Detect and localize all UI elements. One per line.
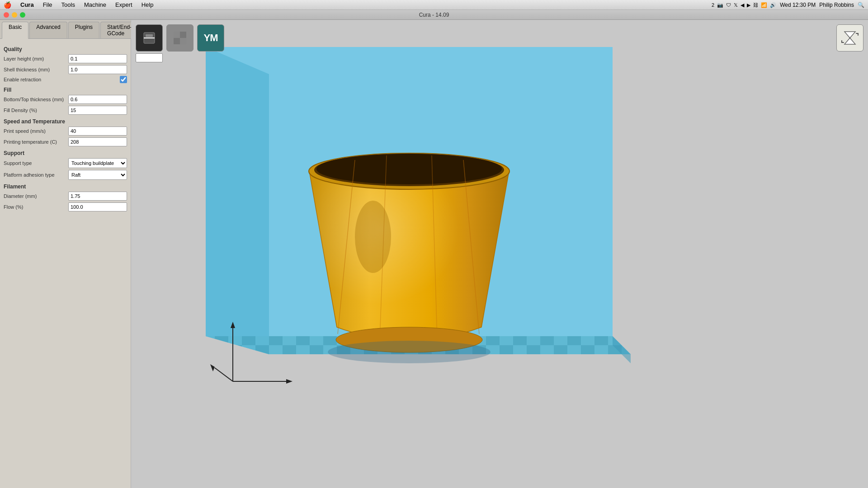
input-shell-thickness[interactable]: [68, 65, 127, 74]
row-print-speed: Print speed (mm/s): [4, 127, 127, 136]
scene-svg: [131, 20, 868, 488]
3d-scene[interactable]: [131, 20, 868, 488]
section-fill: Fill: [4, 87, 127, 93]
tab-plugins[interactable]: Plugins: [68, 22, 99, 38]
tab-advanced[interactable]: Advanced: [29, 22, 67, 38]
menu-help[interactable]: Help: [138, 0, 157, 9]
layer-view-button[interactable]: [166, 24, 193, 52]
svg-point-35: [328, 341, 491, 363]
svg-point-33: [355, 201, 391, 273]
label-print-temp: Printing temperature (C): [4, 139, 68, 145]
titlebar: Cura - 14.09: [0, 10, 868, 20]
input-enable-retraction[interactable]: [120, 76, 127, 83]
row-shell-thickness: Shell thickness (mm): [4, 65, 127, 74]
ym-button[interactable]: YM: [197, 24, 224, 52]
viewport-toolbar: YM: [136, 24, 224, 62]
row-enable-retraction: Enable retraction: [4, 76, 127, 83]
tab-bar: Basic Advanced Plugins Start/End-GCode: [0, 20, 131, 39]
menu-expert[interactable]: Expert: [112, 0, 136, 9]
svg-marker-17: [206, 47, 269, 354]
form-area: Quality Layer height (mm) Shell thicknes…: [0, 39, 131, 488]
menu-file[interactable]: File: [39, 0, 56, 9]
input-diameter[interactable]: [68, 192, 127, 201]
volume-icon: 🔊: [770, 2, 776, 8]
wifi-icon: 📶: [761, 2, 767, 8]
notification-count: 2: [712, 2, 714, 8]
search-icon[interactable]: 🔍: [858, 2, 864, 8]
label-print-speed: Print speed (mm/s): [4, 128, 68, 134]
label-bottom-top-thickness: Bottom/Top thickness (mm): [4, 97, 68, 102]
menubar-right: 2 📷 🛡 𝕏 ◀ ▶ ⛓ 📶 🔊 Wed 12:30 PM Philip Ro…: [712, 0, 864, 10]
input-flow[interactable]: [68, 202, 127, 211]
input-bottom-top-thickness[interactable]: [68, 95, 127, 104]
chain-icon: ⛓: [753, 2, 758, 8]
menubar-icons: 2 📷 🛡 𝕏 ◀ ▶ ⛓ 📶 🔊: [712, 2, 776, 8]
camera-icon: 📷: [717, 2, 723, 8]
minimize-button[interactable]: [12, 12, 17, 18]
label-diameter: Diameter (mm): [4, 193, 68, 199]
datetime: Wed 12:30 PM: [780, 2, 816, 8]
username: Philip Robbins: [819, 2, 854, 8]
close-button[interactable]: [4, 12, 9, 18]
svg-rect-7: [180, 38, 186, 44]
section-filament: Filament: [4, 183, 127, 190]
row-diameter: Diameter (mm): [4, 192, 127, 201]
left-panel: Basic Advanced Plugins Start/End-GCode Q…: [0, 20, 131, 488]
menubar: 🍎 Cura File Tools Machine Expert Help 2 …: [0, 0, 868, 10]
row-platform-adhesion: Platform adhesion type None Brim Raft: [4, 170, 127, 180]
svg-rect-10: [849, 37, 850, 39]
input-fill-density[interactable]: [68, 106, 127, 115]
window-controls: [4, 12, 25, 18]
label-enable-retraction: Enable retraction: [4, 77, 120, 82]
rotate-view-button[interactable]: [836, 24, 863, 52]
svg-rect-5: [180, 32, 186, 38]
section-quality: Quality: [4, 46, 127, 52]
twitter-icon: 𝕏: [734, 2, 738, 8]
row-print-temp: Printing temperature (C): [4, 137, 127, 146]
media-forward-icon: ▶: [747, 2, 750, 8]
section-support: Support: [4, 150, 127, 156]
tab-basic[interactable]: Basic: [2, 22, 28, 39]
svg-rect-2: [146, 34, 153, 37]
svg-marker-8: [844, 32, 855, 38]
menu-tools[interactable]: Tools: [58, 0, 79, 9]
menu-machine[interactable]: Machine: [80, 0, 110, 9]
viewport[interactable]: YM: [131, 20, 868, 488]
select-platform-adhesion[interactable]: None Brim Raft: [68, 170, 127, 180]
slice-button[interactable]: [136, 24, 163, 52]
main-layout: Basic Advanced Plugins Start/End-GCode Q…: [0, 20, 868, 488]
row-fill-density: Fill Density (%): [4, 106, 127, 115]
svg-rect-4: [174, 32, 180, 38]
row-support-type: Support type None Touching buildplate Ev…: [4, 158, 127, 168]
svg-point-28: [316, 154, 502, 184]
label-fill-density: Fill Density (%): [4, 108, 68, 113]
color-bar: [136, 53, 163, 62]
svg-marker-9: [844, 38, 855, 44]
label-support-type: Support type: [4, 160, 68, 166]
input-print-temp[interactable]: [68, 137, 127, 146]
label-flow: Flow (%): [4, 204, 68, 210]
section-speed: Speed and Temperature: [4, 118, 127, 125]
label-shell-thickness: Shell thickness (mm): [4, 67, 68, 72]
row-flow: Flow (%): [4, 202, 127, 211]
apple-logo-icon[interactable]: 🍎: [4, 1, 11, 9]
maximize-button[interactable]: [20, 12, 25, 18]
menu-cura[interactable]: Cura: [17, 0, 38, 9]
label-layer-height: Layer height (mm): [4, 56, 68, 61]
svg-rect-6: [174, 38, 180, 44]
select-support-type[interactable]: None Touching buildplate Everywhere: [68, 158, 127, 168]
label-platform-adhesion: Platform adhesion type: [4, 172, 68, 178]
shield-icon: 🛡: [726, 2, 731, 8]
input-layer-height[interactable]: [68, 54, 127, 63]
media-back-icon: ◀: [741, 2, 744, 8]
viewport-topright: [836, 24, 863, 52]
input-print-speed[interactable]: [68, 127, 127, 136]
row-layer-height: Layer height (mm): [4, 54, 127, 63]
row-bottom-top-thickness: Bottom/Top thickness (mm): [4, 95, 127, 104]
window-title: Cura - 14.09: [419, 12, 449, 18]
